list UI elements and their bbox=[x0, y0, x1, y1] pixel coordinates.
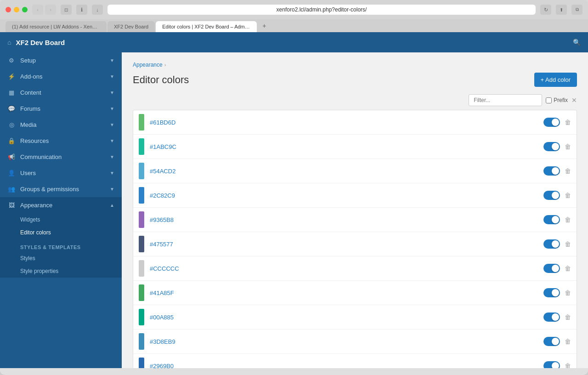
delete-color-button[interactable]: 🗑 bbox=[565, 338, 571, 345]
styles-section-header: Styles & templates bbox=[0, 241, 122, 252]
forward-button[interactable]: › bbox=[45, 5, 56, 15]
info-button[interactable]: ℹ bbox=[76, 5, 87, 15]
color-hex-value[interactable]: #61BD6D bbox=[150, 119, 538, 126]
refresh-button[interactable]: ↻ bbox=[540, 5, 551, 15]
sidebar-label-communication: Communication bbox=[20, 153, 62, 160]
color-hex-value[interactable]: #54ACD2 bbox=[150, 168, 538, 175]
browser-tab-3[interactable]: Editor colors | XF2 Dev Board – Admin co… bbox=[156, 21, 257, 32]
table-row: #3D8EB9🗑 bbox=[133, 330, 577, 354]
communication-icon: 📢 bbox=[7, 153, 16, 160]
sidebar-item-forums[interactable]: 💬 Forums ▼ bbox=[0, 101, 122, 117]
color-hex-value[interactable]: #00A885 bbox=[150, 314, 538, 321]
breadcrumb-appearance[interactable]: Appearance bbox=[133, 62, 163, 68]
groups-icon: 👥 bbox=[7, 186, 16, 193]
color-hex-value[interactable]: #41A85F bbox=[150, 290, 538, 296]
search-icon[interactable]: 🔍 bbox=[573, 39, 581, 46]
toggle-enabled[interactable] bbox=[543, 361, 560, 368]
color-hex-value[interactable]: #3D8EB9 bbox=[150, 338, 538, 345]
resources-chevron: ▼ bbox=[110, 138, 114, 143]
main-layout: ⚙ Setup ▼ ⚡ Add-ons ▼ ▦ Content bbox=[0, 52, 588, 368]
sidebar-item-addons[interactable]: ⚡ Add-ons ▼ bbox=[0, 68, 122, 85]
color-hex-value[interactable]: #1ABC9C bbox=[150, 143, 538, 150]
filter-input[interactable] bbox=[469, 94, 542, 106]
browser-tab-1[interactable]: (1) Add resource | LW Addons - XenForo A… bbox=[6, 21, 107, 32]
sidebar-label-groups: Groups & permissions bbox=[20, 186, 79, 193]
sidebar-item-users[interactable]: 👤 Users ▼ bbox=[0, 165, 122, 181]
browser-tab-2[interactable]: XF2 Dev Board bbox=[107, 21, 155, 32]
color-hex-value[interactable]: #9365B8 bbox=[150, 216, 538, 223]
filter-prefix-checkbox[interactable] bbox=[546, 97, 552, 103]
delete-color-button[interactable]: 🗑 bbox=[565, 216, 571, 223]
color-swatch bbox=[139, 163, 144, 179]
sidebar-item-styles[interactable]: Styles bbox=[0, 252, 122, 265]
delete-color-button[interactable]: 🗑 bbox=[565, 192, 571, 199]
addons-icon: ⚡ bbox=[7, 73, 16, 80]
sidebar-item-appearance[interactable]: 🖼 Appearance ▲ bbox=[0, 197, 122, 213]
home-icon[interactable]: ⌂ bbox=[7, 39, 11, 46]
delete-color-button[interactable]: 🗑 bbox=[565, 289, 571, 296]
toggle-enabled[interactable] bbox=[543, 166, 560, 176]
delete-color-button[interactable]: 🗑 bbox=[565, 167, 571, 175]
share-button[interactable]: ⊡ bbox=[61, 5, 72, 15]
sidebar-item-setup-inner: ⚙ Setup bbox=[7, 57, 36, 64]
browser-window: ‹ › ⊡ ℹ ↓ xenforo2.lcl/admin.php?editor-… bbox=[0, 0, 588, 375]
toggle-enabled[interactable] bbox=[543, 118, 560, 127]
delete-color-button[interactable]: 🗑 bbox=[565, 240, 571, 248]
new-tab-button[interactable]: ⧉ bbox=[571, 5, 582, 15]
resources-icon: 🔒 bbox=[7, 137, 16, 144]
toggle-enabled[interactable] bbox=[543, 239, 560, 249]
delete-color-button[interactable]: 🗑 bbox=[565, 119, 571, 126]
sidebar: ⚙ Setup ▼ ⚡ Add-ons ▼ ▦ Content bbox=[0, 52, 122, 368]
appearance-icon: 🖼 bbox=[7, 202, 16, 209]
browser-titlebar: ‹ › ⊡ ℹ ↓ xenforo2.lcl/admin.php?editor-… bbox=[0, 0, 588, 19]
row-actions: 🗑 bbox=[543, 118, 571, 127]
page-header: Editor colors + Add color bbox=[133, 73, 577, 87]
sidebar-item-content[interactable]: ▦ Content ▼ bbox=[0, 85, 122, 101]
new-tab-plus-button[interactable]: + bbox=[258, 19, 271, 32]
table-row: #41A85F🗑 bbox=[133, 281, 577, 305]
table-row: #54ACD2🗑 bbox=[133, 159, 577, 183]
sidebar-item-editor-colors[interactable]: Editor colors bbox=[0, 226, 122, 239]
browser-tabs: (1) Add resource | LW Addons - XenForo A… bbox=[0, 19, 588, 32]
sidebar-item-users-inner: 👤 Users bbox=[7, 170, 36, 176]
row-actions: 🗑 bbox=[543, 191, 571, 200]
sidebar-label-addons: Add-ons bbox=[20, 73, 42, 80]
sidebar-item-groups-inner: 👥 Groups & permissions bbox=[7, 186, 79, 193]
delete-color-button[interactable]: 🗑 bbox=[565, 313, 571, 321]
table-row: #2969B0🗑 bbox=[133, 354, 577, 368]
delete-color-button[interactable]: 🗑 bbox=[565, 265, 571, 272]
header-left: ⌂ XF2 Dev Board bbox=[7, 39, 65, 46]
color-hex-value[interactable]: #475577 bbox=[150, 241, 538, 248]
delete-color-button[interactable]: 🗑 bbox=[565, 143, 571, 150]
url-bar[interactable]: xenforo2.lcl/admin.php?editor-colors/ bbox=[107, 5, 536, 15]
color-hex-value[interactable]: #CCCCCC bbox=[150, 265, 538, 272]
sidebar-item-style-properties[interactable]: Style properties bbox=[0, 265, 122, 278]
toggle-enabled[interactable] bbox=[543, 288, 560, 297]
page-title: Editor colors bbox=[133, 74, 189, 86]
back-button[interactable]: ‹ bbox=[32, 5, 43, 15]
sidebar-item-communication[interactable]: 📢 Communication ▼ bbox=[0, 149, 122, 165]
download-button[interactable]: ↓ bbox=[92, 5, 103, 15]
color-hex-value[interactable]: #2C82C9 bbox=[150, 192, 538, 199]
toggle-enabled[interactable] bbox=[543, 312, 560, 322]
toggle-enabled[interactable] bbox=[543, 191, 560, 200]
delete-color-button[interactable]: 🗑 bbox=[565, 362, 571, 368]
filter-bar: Prefix ✕ bbox=[133, 94, 577, 106]
sidebar-item-media[interactable]: ◎ Media ▼ bbox=[0, 117, 122, 133]
close-window-button[interactable] bbox=[6, 7, 11, 12]
minimize-window-button[interactable] bbox=[14, 7, 19, 12]
maximize-window-button[interactable] bbox=[22, 7, 28, 12]
sidebar-item-setup[interactable]: ⚙ Setup ▼ bbox=[0, 52, 122, 68]
toggle-enabled[interactable] bbox=[543, 264, 560, 273]
sidebar-item-groups[interactable]: 👥 Groups & permissions ▼ bbox=[0, 181, 122, 197]
add-color-button[interactable]: + Add color bbox=[534, 73, 577, 87]
color-hex-value[interactable]: #2969B0 bbox=[150, 363, 538, 369]
share-action-button[interactable]: ⬆ bbox=[556, 5, 567, 15]
sidebar-item-widgets[interactable]: Widgets bbox=[0, 213, 122, 226]
communication-chevron: ▼ bbox=[110, 154, 114, 159]
filter-clear-button[interactable]: ✕ bbox=[571, 97, 577, 104]
toggle-enabled[interactable] bbox=[543, 142, 560, 151]
toggle-enabled[interactable] bbox=[543, 215, 560, 224]
sidebar-item-resources[interactable]: 🔒 Resources ▼ bbox=[0, 133, 122, 149]
toggle-enabled[interactable] bbox=[543, 337, 560, 346]
